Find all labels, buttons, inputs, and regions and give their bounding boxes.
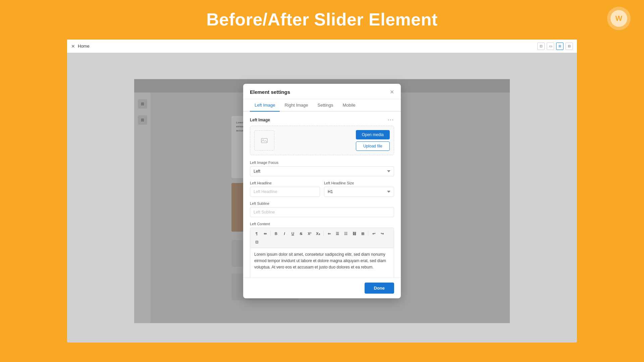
modal-tabs: Left Image Right Image Settings Mobile <box>243 99 401 112</box>
tab-right-image[interactable]: Right Image <box>280 99 313 112</box>
left-headline-group: Left Headline <box>250 181 320 197</box>
logo: W <box>607 7 631 30</box>
modal-footer: Done <box>243 278 401 298</box>
rich-separator-2 <box>323 231 324 236</box>
done-button[interactable]: Done <box>365 283 394 294</box>
rich-btn-superscript[interactable]: X² <box>306 230 313 237</box>
headline-row: Left Headline Left Headline Size H1 H2 H… <box>250 181 394 197</box>
left-image-section-label: Left Image ··· <box>250 117 394 123</box>
editor-close-icon[interactable]: ✕ <box>71 44 75 49</box>
rich-btn-subscript[interactable]: X₂ <box>314 230 322 237</box>
rich-btn-strikethrough[interactable]: S̶ <box>298 230 305 237</box>
modal-body: Left Image ··· Open media Upload file <box>243 112 401 278</box>
page-header: Before/After Slider Element <box>0 0 644 36</box>
open-media-button[interactable]: Open media <box>356 130 390 139</box>
left-content-label: Left Content <box>250 222 394 226</box>
editor-toolbar-icons: ⊡ ▭ ⊞ ⊟ <box>537 43 573 50</box>
rich-btn-list[interactable]: ☰ <box>334 230 341 237</box>
upload-buttons: Open media Upload file <box>356 130 390 151</box>
rich-btn-source[interactable]: ⊡ <box>253 238 260 246</box>
editor-home-label: Home <box>78 44 90 49</box>
left-content-group: Left Content ¶ ⇔ B I U S̶ X² X₂ ⇐ <box>250 222 394 278</box>
rich-btn-align[interactable]: ⇔ <box>261 230 269 237</box>
left-headline-size-group: Left Headline Size H1 H2 H3 H4 <box>324 181 394 197</box>
image-placeholder <box>254 130 274 150</box>
rich-btn-italic[interactable]: I <box>281 230 288 237</box>
rich-btn-outdent[interactable]: ⇐ <box>325 230 333 237</box>
upload-file-button[interactable]: Upload file <box>356 141 390 151</box>
page-title: Before/After Slider Element <box>0 9 644 29</box>
rich-btn-paragraph[interactable]: ¶ <box>253 230 260 237</box>
modal-dialog: Element settings ✕ Left Image Right Imag… <box>243 84 401 298</box>
toolbar-layout-3[interactable]: ⊞ <box>556 43 564 50</box>
tab-mobile[interactable]: Mobile <box>338 99 360 112</box>
rich-btn-underline[interactable]: U <box>289 230 297 237</box>
toolbar-layout-1[interactable]: ⊡ <box>537 43 545 50</box>
tab-left-image[interactable]: Left Image <box>250 99 280 112</box>
left-image-focus-select[interactable]: Left Center Right <box>250 166 394 176</box>
left-headline-label: Left Headline <box>250 181 320 185</box>
left-subline-input[interactable] <box>250 207 394 217</box>
left-headline-input[interactable] <box>250 187 320 197</box>
rich-btn-undo[interactable]: ↩ <box>370 230 377 237</box>
editor-toolbar: ✕ Home ⊡ ▭ ⊞ ⊟ <box>67 40 577 53</box>
rich-btn-redo[interactable]: ↪ <box>378 230 386 237</box>
tab-settings[interactable]: Settings <box>313 99 338 112</box>
rich-btn-link[interactable]: ⛓ <box>351 230 358 237</box>
modal-header: Element settings ✕ <box>243 84 401 99</box>
left-subline-label: Left Subline <box>250 201 394 205</box>
left-headline-size-select[interactable]: H1 H2 H3 H4 <box>324 187 394 197</box>
rich-separator-3 <box>368 231 368 236</box>
left-headline-size-label: Left Headline Size <box>324 181 394 185</box>
logo-icon: W <box>610 10 627 27</box>
rich-content[interactable]: Lorem ipsum dolor sit amet, consetetur s… <box>250 248 394 278</box>
left-image-focus-group: Left Image Focus Left Center Right <box>250 161 394 176</box>
modal-title: Element settings <box>250 89 290 95</box>
image-upload-area: Open media Upload file <box>250 126 394 155</box>
rich-btn-ordered-list[interactable]: ☷ <box>342 230 350 237</box>
rich-toolbar: ¶ ⇔ B I U S̶ X² X₂ ⇐ ☰ ☷ ⛓ ⊞ <box>250 228 394 248</box>
toolbar-layout-2[interactable]: ▭ <box>547 43 554 50</box>
left-image-focus-label: Left Image Focus <box>250 161 394 165</box>
section-dots[interactable]: ··· <box>388 117 394 123</box>
rich-btn-bold[interactable]: B <box>272 230 280 237</box>
modal-close-button[interactable]: ✕ <box>390 89 394 95</box>
left-subline-group: Left Subline <box>250 201 394 217</box>
editor-bg: ✕ Home ⊡ ▭ ⊞ ⊟ ⊞ ⊞ Lorem ipsum dolor sit… <box>67 40 577 343</box>
toolbar-layout-4[interactable]: ⊟ <box>566 43 573 50</box>
rich-editor: ¶ ⇔ B I U S̶ X² X₂ ⇐ ☰ ☷ ⛓ ⊞ <box>250 228 394 278</box>
rich-btn-table[interactable]: ⊞ <box>359 230 366 237</box>
rich-separator-1 <box>270 231 271 236</box>
